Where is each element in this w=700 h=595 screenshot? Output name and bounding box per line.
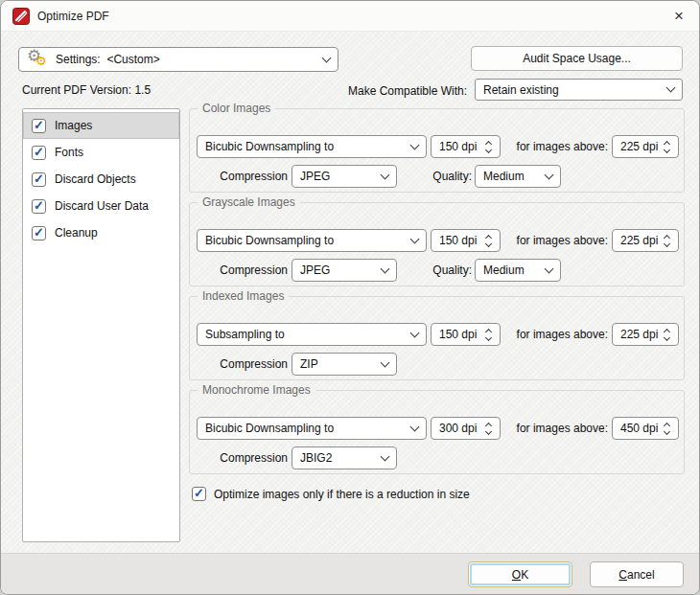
make-compatible-with-select[interactable]: Retain existing (475, 79, 683, 101)
group-title: Color Images (198, 102, 275, 115)
chevron-down-icon (545, 263, 554, 273)
color-dpi-spinner[interactable]: 150 dpi (431, 135, 501, 158)
sidebar-item-label: Discard Objects (55, 172, 136, 186)
grayscale-above-dpi-spinner[interactable]: 225 dpi (612, 229, 679, 252)
compression-label: Compression (190, 170, 288, 183)
title-bar: Optimize PDF × (1, 1, 699, 32)
for-images-above-label: for images above: (493, 234, 608, 247)
make-compatible-with-label: Make Compatible With: (348, 84, 467, 98)
settings-gears-icon: ⚙ ⚙ (27, 49, 50, 70)
grayscale-compression-select[interactable]: JPEG (292, 259, 397, 282)
dialog-title: Optimize PDF (37, 10, 109, 23)
optimize-only-checkbox[interactable]: ✓ (192, 487, 206, 501)
sidebar-item-label: Cleanup (55, 226, 98, 240)
group-title: Indexed Images (198, 289, 289, 303)
optimize-only-row[interactable]: ✓ Optimize images only if there is a red… (192, 487, 470, 501)
fonts-checkbox[interactable]: ✓ (32, 146, 46, 160)
cleanup-checkbox[interactable]: ✓ (32, 226, 46, 240)
check-icon: ✓ (34, 145, 44, 159)
settings-value: <Custom> (106, 53, 159, 66)
cancel-button-label: Cancel (618, 568, 654, 582)
indexed-dpi-spinner[interactable]: 150 dpi (431, 323, 501, 346)
discard-user-data-checkbox[interactable]: ✓ (32, 199, 46, 214)
audit-space-usage-label: Audit Space Usage... (523, 52, 631, 65)
monochrome-dpi-spinner[interactable]: 300 dpi (431, 417, 501, 440)
group-title: Monochrome Images (198, 383, 315, 397)
sidebar-item-fonts[interactable]: ✓ Fonts (23, 139, 179, 166)
sidebar-item-label: Fonts (55, 146, 83, 159)
chevron-down-icon (410, 234, 420, 243)
spin-down-icon[interactable] (484, 427, 491, 434)
compression-label: Compression (190, 451, 288, 465)
ok-button-label: OK (512, 568, 528, 582)
chevron-down-icon (381, 451, 390, 461)
check-icon: ✓ (34, 225, 44, 240)
color-quality-select[interactable]: Medium (475, 165, 561, 188)
color-compression-select[interactable]: JPEG (292, 165, 397, 188)
settings-select[interactable]: ⚙ ⚙ Settings: <Custom> (18, 47, 338, 72)
chevron-down-icon (381, 263, 390, 273)
discard-objects-checkbox[interactable]: ✓ (32, 172, 46, 187)
sidebar-item-discard-objects[interactable]: ✓ Discard Objects (23, 166, 179, 193)
check-icon: ✓ (34, 198, 44, 213)
current-pdf-version-text: Current PDF Version: 1.5 (22, 83, 151, 97)
indexed-compression-select[interactable]: ZIP (292, 353, 397, 376)
monochrome-above-dpi-spinner[interactable]: 450 dpi (612, 417, 679, 440)
for-images-above-label: for images above: (493, 328, 608, 341)
images-checkbox[interactable]: ✓ (32, 119, 46, 133)
grayscale-quality-select[interactable]: Medium (475, 259, 561, 282)
group-grayscale-images: Grayscale Images Bicubic Downsampling to… (189, 202, 685, 286)
sidebar-item-cleanup[interactable]: ✓ Cleanup (23, 219, 179, 246)
settings-label: Settings: (56, 53, 101, 66)
close-button[interactable]: × (665, 5, 693, 28)
spin-down-icon[interactable] (484, 146, 491, 152)
spin-down-icon[interactable] (663, 427, 669, 434)
chevron-down-icon (666, 83, 676, 93)
color-above-dpi-spinner[interactable]: 225 dpi (612, 135, 679, 158)
make-compatible-with-value: Retain existing (483, 83, 667, 97)
chevron-down-icon (381, 170, 390, 179)
for-images-above-label: for images above: (493, 140, 608, 153)
compression-label: Compression (190, 263, 288, 277)
ok-button[interactable]: OK (468, 561, 572, 587)
optimize-pdf-dialog: Optimize PDF × ⚙ ⚙ Settings: <Custom> Au… (0, 0, 700, 595)
group-color-images: Color Images Bicubic Downsampling to 150… (189, 108, 685, 193)
quality-label: Quality: (391, 263, 472, 277)
chevron-down-icon (410, 140, 420, 149)
cancel-button[interactable]: Cancel (590, 561, 684, 587)
grayscale-downsampling-select[interactable]: Bicubic Downsampling to (197, 229, 427, 252)
group-monochrome-images: Monochrome Images Bicubic Downsampling t… (189, 390, 685, 474)
group-title: Grayscale Images (198, 195, 300, 209)
chevron-down-icon (381, 357, 390, 367)
indexed-downsampling-select[interactable]: Subsampling to (197, 323, 427, 346)
spin-down-icon[interactable] (484, 240, 491, 246)
spin-down-icon[interactable] (663, 240, 669, 246)
sidebar-item-label: Discard User Data (55, 199, 149, 213)
sidebar-item-images[interactable]: ✓ Images (23, 112, 179, 139)
sidebar-item-label: Images (55, 119, 92, 132)
pdf-xchange-app-icon (12, 8, 30, 25)
indexed-above-dpi-spinner[interactable]: 225 dpi (612, 323, 679, 346)
grayscale-dpi-spinner[interactable]: 150 dpi (431, 229, 501, 252)
compression-label: Compression (190, 357, 288, 371)
sidebar-item-discard-user-data[interactable]: ✓ Discard User Data (23, 193, 179, 219)
color-downsampling-select[interactable]: Bicubic Downsampling to (197, 135, 427, 158)
spin-down-icon[interactable] (484, 333, 491, 340)
spin-down-icon[interactable] (663, 333, 669, 340)
category-listbox: ✓ Images ✓ Fonts ✓ Discard Objects ✓ Dis… (22, 108, 180, 542)
spin-down-icon[interactable] (663, 146, 669, 152)
for-images-above-label: for images above: (493, 422, 608, 435)
chevron-down-icon (322, 53, 332, 62)
monochrome-compression-select[interactable]: JBIG2 (292, 446, 397, 469)
audit-space-usage-button[interactable]: Audit Space Usage... (471, 46, 683, 71)
check-icon: ✓ (34, 118, 44, 132)
quality-label: Quality: (391, 170, 472, 183)
close-icon: × (674, 7, 684, 26)
chevron-down-icon (410, 328, 420, 337)
check-icon: ✓ (194, 486, 204, 500)
group-indexed-images: Indexed Images Subsampling to 150 dpi fo… (189, 296, 685, 380)
chevron-down-icon (410, 422, 420, 431)
check-icon: ✓ (34, 172, 44, 186)
monochrome-downsampling-select[interactable]: Bicubic Downsampling to (197, 417, 427, 440)
chevron-down-icon (545, 170, 554, 179)
